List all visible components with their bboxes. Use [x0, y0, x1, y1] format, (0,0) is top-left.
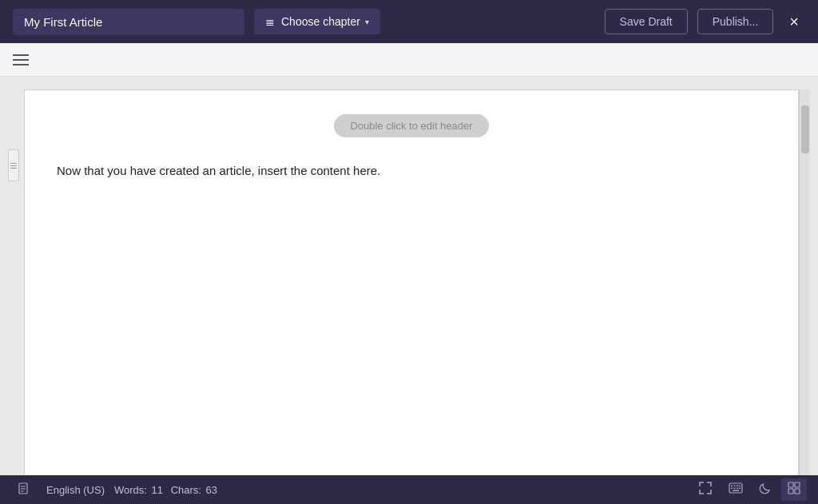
choose-chapter-label: Choose chapter: [281, 15, 360, 28]
header-bar: ≣ Choose chapter ▾ Save Draft Publish...…: [0, 0, 818, 43]
toolbar-bar: [0, 43, 818, 77]
main-area: Double click to edit header Now that you…: [0, 77, 818, 475]
svg-rect-14: [788, 482, 793, 487]
svg-rect-10: [734, 488, 736, 490]
margin-handle-line-2: [10, 165, 17, 166]
editor-document[interactable]: Double click to edit header Now that you…: [24, 89, 799, 475]
svg-rect-15: [795, 482, 800, 487]
status-doc-icon: [18, 482, 30, 495]
publish-button[interactable]: Publish...: [697, 9, 774, 34]
status-right: [692, 478, 807, 502]
expand-button[interactable]: [692, 478, 719, 502]
svg-rect-7: [737, 486, 738, 487]
svg-rect-12: [739, 488, 741, 490]
status-word-count: Words: 11 Chars: 63: [114, 484, 217, 496]
margin-handle-line-3: [10, 168, 17, 169]
status-left-icon-button[interactable]: [11, 479, 37, 501]
svg-rect-9: [731, 488, 733, 490]
hamburger-menu-button[interactable]: [10, 51, 32, 69]
status-language: English (US): [37, 484, 114, 496]
header-edit-pill[interactable]: Double click to edit header: [334, 114, 488, 137]
svg-rect-6: [734, 486, 736, 487]
status-left: English (US) Words: 11 Chars: 63: [11, 479, 217, 501]
save-draft-button[interactable]: Save Draft: [605, 9, 688, 34]
header-edit-area[interactable]: Double click to edit header: [25, 90, 798, 153]
scrollbar-thumb[interactable]: [801, 105, 809, 153]
keyboard-button[interactable]: [722, 479, 749, 500]
svg-rect-5: [731, 486, 733, 487]
article-title-input[interactable]: [13, 9, 244, 35]
choose-chapter-button[interactable]: ≣ Choose chapter ▾: [254, 9, 380, 34]
moon-icon: [759, 482, 772, 494]
svg-rect-17: [795, 489, 800, 494]
content-text[interactable]: Now that you have created an article, in…: [57, 161, 766, 181]
keyboard-icon: [729, 482, 743, 494]
left-margin: [8, 89, 24, 475]
chevron-down-icon: ▾: [365, 18, 369, 26]
status-bar: English (US) Words: 11 Chars: 63: [0, 475, 818, 504]
svg-rect-13: [733, 490, 739, 492]
hamburger-line-1: [13, 54, 29, 56]
margin-handle: [8, 149, 19, 181]
hamburger-line-3: [13, 64, 29, 65]
grid-view-button[interactable]: [781, 478, 807, 501]
list-icon: ≣: [265, 15, 275, 28]
svg-rect-16: [788, 489, 793, 494]
right-scrollbar[interactable]: [799, 89, 810, 475]
dark-mode-button[interactable]: [752, 478, 778, 501]
svg-rect-11: [737, 488, 738, 490]
content-area[interactable]: Now that you have created an article, in…: [25, 153, 798, 196]
hamburger-line-2: [13, 59, 29, 61]
svg-rect-8: [739, 486, 741, 487]
close-button[interactable]: ×: [783, 10, 805, 33]
grid-icon: [788, 482, 800, 494]
expand-icon: [698, 481, 713, 495]
margin-handle-line-1: [10, 163, 17, 164]
